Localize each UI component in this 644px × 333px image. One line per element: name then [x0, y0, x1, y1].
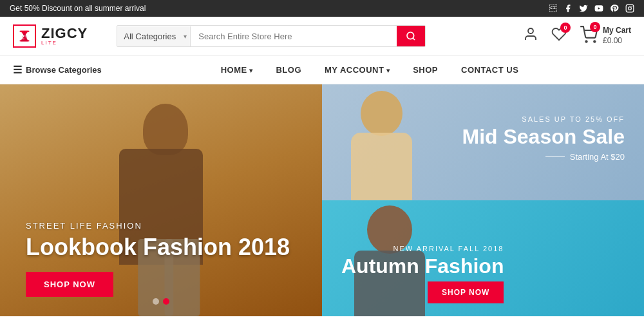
- nav-item-account[interactable]: MY ACCOUNT: [313, 57, 401, 83]
- logo-icon: Z: [13, 24, 36, 48]
- hero-left: STREET LIFE FASHION Lookbook Fashion 201…: [0, 84, 322, 316]
- nav-link-blog[interactable]: BLOG: [264, 57, 313, 83]
- hero-right-bottom-title: Autumn Fashion: [341, 255, 504, 278]
- social-links: : [549, 4, 634, 13]
- hero-left-subtitle: STREET LIFE FASHION: [26, 221, 290, 231]
- search-input[interactable]: [191, 26, 397, 46]
- hero-right-top-title: Mid Season Sale: [462, 126, 625, 148]
- nav-item-contact[interactable]: CONTACT US: [450, 57, 530, 83]
- nav-item-home[interactable]: HOME: [209, 57, 265, 83]
- hero-right-bottom: NEW ARRIVAL FALL 2018 Autumn Fashion SHO…: [322, 200, 644, 316]
- woman-silhouette: [322, 84, 451, 200]
- nav-bar: ☰ Browse Categories HOME BLOG MY ACCOUNT…: [0, 56, 644, 84]
- hero-right-top-content: SALES UP TO 25% OFF Mid Season Sale Star…: [462, 115, 625, 169]
- svg-point-8: [407, 32, 414, 39]
- pinterest-icon[interactable]: [610, 4, 619, 13]
- cart-badge: 0: [590, 22, 600, 32]
- svg-rect-1: [626, 5, 634, 12]
- nav-link-contact[interactable]: CONTACT US: [450, 57, 530, 83]
- cart-icon-wrap: 0: [580, 26, 598, 46]
- hamburger-icon: ☰: [13, 64, 22, 76]
- top-bar: Get 50% Discount on all summer arrival : [0, 0, 644, 17]
- twitter-icon[interactable]: [579, 4, 588, 13]
- facebook-icon[interactable]: : [549, 4, 557, 13]
- svg-point-2: [629, 7, 632, 10]
- logo[interactable]: Z ZIGCY LITE: [13, 24, 88, 48]
- svg-point-3: [632, 6, 632, 7]
- hero-right-top: SALES UP TO 25% OFF Mid Season Sale Star…: [322, 84, 644, 200]
- hero-left-cta[interactable]: SHOP NOW: [26, 272, 113, 297]
- hero-right: SALES UP TO 25% OFF Mid Season Sale Star…: [322, 84, 644, 316]
- header-actions: 0 0 My Cart £0.00: [523, 26, 631, 46]
- browse-categories[interactable]: ☰ Browse Categories: [13, 56, 108, 84]
- hero-left-content: STREET LIFE FASHION Lookbook Fashion 201…: [26, 221, 290, 297]
- nav-link-shop[interactable]: SHOP: [401, 57, 450, 83]
- nav-link-account[interactable]: MY ACCOUNT: [313, 57, 401, 83]
- svg-point-12: [594, 41, 595, 42]
- header: Z ZIGCY LITE All Categories: [0, 17, 644, 56]
- wishlist-badge: 0: [560, 23, 571, 33]
- search-icon: [406, 31, 416, 41]
- svg-text:Z: Z: [21, 34, 25, 41]
- youtube-icon[interactable]: [594, 4, 603, 13]
- hero-right-top-desc: Starting At $20: [462, 152, 625, 162]
- hero-left-title: Lookbook Fashion 2018: [26, 234, 290, 260]
- hero-section: STREET LIFE FASHION Lookbook Fashion 201…: [0, 84, 644, 316]
- search-bar: All Categories: [117, 25, 426, 47]
- nav-item-blog[interactable]: BLOG: [264, 57, 313, 83]
- hero-right-bottom-content: NEW ARRIVAL FALL 2018 Autumn Fashion SHO…: [341, 245, 504, 303]
- promo-text: Get 50% Discount on all summer arrival: [10, 4, 146, 13]
- main-nav: HOME BLOG MY ACCOUNT SHOP CONTACT US: [108, 57, 631, 83]
- hero-right-top-subtitle: SALES UP TO 25% OFF: [462, 115, 625, 123]
- dot-1[interactable]: [153, 298, 159, 305]
- search-button[interactable]: [397, 26, 425, 46]
- panel-line: [545, 157, 565, 157]
- logo-text: ZIGCY LITE: [41, 26, 88, 46]
- hero-right-bottom-cta[interactable]: SHOP NOW: [428, 281, 504, 303]
- svg-point-10: [528, 28, 533, 33]
- svg-point-11: [585, 41, 587, 42]
- category-dropdown-wrap[interactable]: All Categories: [117, 26, 191, 46]
- hero-right-bottom-subtitle: NEW ARRIVAL FALL 2018: [341, 245, 504, 252]
- hero-dots: [153, 298, 169, 305]
- nav-link-home[interactable]: HOME: [209, 57, 265, 83]
- cart-text: My Cart £0.00: [603, 26, 631, 46]
- facebook-icon[interactable]: [564, 4, 573, 13]
- instagram-icon[interactable]: [625, 4, 634, 13]
- svg-line-9: [413, 38, 415, 40]
- category-select[interactable]: All Categories: [117, 26, 191, 46]
- dot-2[interactable]: [163, 298, 169, 305]
- cart-wrap[interactable]: 0 My Cart £0.00: [580, 26, 631, 46]
- account-icon[interactable]: [523, 26, 538, 46]
- nav-item-shop[interactable]: SHOP: [401, 57, 450, 83]
- wishlist-icon[interactable]: 0: [551, 26, 567, 46]
